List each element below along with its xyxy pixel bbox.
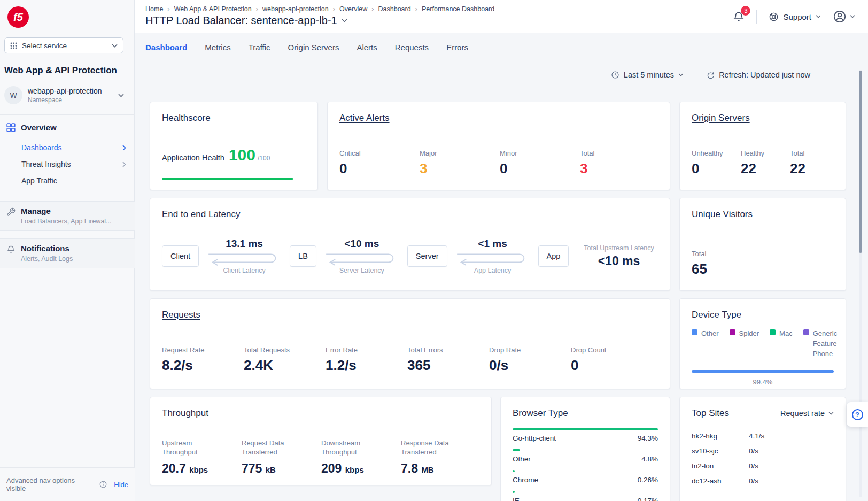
tab-errors[interactable]: Errors xyxy=(446,43,468,52)
unique-visitors-total-value: 65 xyxy=(692,261,834,278)
apps-grid-icon xyxy=(10,42,17,49)
browser-bar xyxy=(513,428,658,430)
metric-request-data-transferred: Request Data Transferred 775 kB xyxy=(242,437,321,476)
metric-upstream-throughput: Upstream Throughput 20.7 kbps xyxy=(162,437,242,476)
breadcrumb-item[interactable]: Overview xyxy=(339,5,367,13)
metric-downstream-throughput: Downstream Throughput 209 kbps xyxy=(321,437,401,476)
manage-subtitle: Load Balancers, App Firewal... xyxy=(21,218,112,225)
select-service-dropdown[interactable]: Select service xyxy=(4,37,123,53)
metric-minor: Minor 0 xyxy=(500,149,580,177)
top-sites-list: hk2-hkg 4.1/s sv10-sjc 0/s tn2-lon 0/s d… xyxy=(692,428,834,488)
sidebar-item-manage[interactable]: Manage Load Balancers, App Firewal... xyxy=(0,201,135,231)
hide-advanced-nav-link[interactable]: Hide xyxy=(114,481,128,489)
metric-total-errors: Total Errors 365 xyxy=(407,346,489,374)
legend-item-generic-feature-phone: Generic Feature Phone xyxy=(803,329,836,359)
tab-dashboard[interactable]: Dashboard xyxy=(145,43,187,52)
help-button[interactable] xyxy=(847,402,868,427)
metric-drop-count: Drop Count 0 xyxy=(571,346,653,374)
main-content: Dashboard Metrics Traffic Origin Servers… xyxy=(135,33,868,501)
tab-origin-servers[interactable]: Origin Servers xyxy=(288,43,339,52)
scrollbar-track[interactable] xyxy=(859,70,862,497)
f5-logo-text: f5 xyxy=(13,11,23,24)
tab-requests[interactable]: Requests xyxy=(395,43,429,52)
chevron-down-icon xyxy=(828,412,834,415)
notifications-subtitle: Alerts, Audit Logs xyxy=(21,255,73,263)
origin-servers-title-link[interactable]: Origin Servers xyxy=(692,113,834,124)
chevron-down-icon[interactable] xyxy=(342,19,347,22)
legend-swatch xyxy=(803,329,809,335)
tab-alerts[interactable]: Alerts xyxy=(356,43,377,52)
browser-row-other: Other4.8% xyxy=(513,449,658,463)
browser-type-card: Browser Type Go-http-client94.3% Other4.… xyxy=(500,397,670,501)
dashboard-toolbar: Last 5 minutes Refresh: Updated just now xyxy=(611,71,810,79)
healthscore-progress-bar xyxy=(162,178,293,180)
sidebar-item-notifications[interactable]: Notifications Alerts, Audit Logs xyxy=(0,238,135,268)
refresh-button[interactable]: Refresh: Updated just now xyxy=(706,71,810,79)
breadcrumb-item[interactable]: webapp-api-protection xyxy=(262,5,329,13)
origin-servers-card: Origin Servers Unhealthy 0 Healthy 22 To… xyxy=(679,102,846,190)
sidebar-overview-label: Overview xyxy=(21,123,57,132)
browser-type-title: Browser Type xyxy=(513,408,658,419)
healthscore-card: Healthscore Application Health 100 /100 xyxy=(150,102,318,190)
info-icon xyxy=(99,481,107,488)
scrollbar-thumb[interactable] xyxy=(859,71,862,253)
account-menu[interactable] xyxy=(833,10,855,24)
breadcrumb: Home Web App & API Protection webapp-api… xyxy=(145,5,494,13)
advanced-nav-text: Advanced nav options visible xyxy=(6,476,96,492)
breadcrumb-home[interactable]: Home xyxy=(145,5,163,13)
chevron-down-icon xyxy=(678,73,684,76)
f5-logo[interactable]: f5 xyxy=(7,6,29,28)
top-sites-sort-dropdown[interactable]: Request rate xyxy=(780,409,834,418)
sidebar-item-app-traffic[interactable]: App Traffic xyxy=(21,176,126,185)
metric-total-requests: Total Requests 2.4K xyxy=(244,346,326,374)
roundtrip-arrow-icon xyxy=(322,250,402,267)
top-site-row: tn2-lon 0/s xyxy=(692,458,834,473)
breadcrumb-item[interactable]: Dashboard xyxy=(378,5,411,13)
requests-title-link[interactable]: Requests xyxy=(162,310,658,320)
tab-traffic[interactable]: Traffic xyxy=(249,43,270,52)
latency-node-client: Client xyxy=(162,245,199,267)
latency-node-lb: LB xyxy=(290,245,316,267)
sidebar-item-dashboards[interactable]: Dashboards xyxy=(21,143,126,152)
legend-item-mac: Mac xyxy=(770,329,793,359)
latency-title: End to end Latency xyxy=(162,209,658,220)
support-menu[interactable]: Support xyxy=(769,12,821,22)
unique-visitors-title: Unique Visitors xyxy=(692,209,834,220)
overview-grid-icon xyxy=(6,123,15,132)
breadcrumb-item[interactable]: Web App & API Protection xyxy=(174,5,252,13)
metric-total-alerts: Total 3 xyxy=(580,149,660,177)
time-range-dropdown[interactable]: Last 5 minutes xyxy=(611,71,684,79)
divider xyxy=(756,10,757,24)
active-alerts-card: Active Alerts Critical 0 Major 3 Minor 0… xyxy=(327,102,670,190)
page-title-row: HTTP Load Balancer: sentence-app-lb-1 xyxy=(145,14,347,27)
latency-node-app: App xyxy=(538,245,569,267)
breadcrumb-current[interactable]: Performance Dashboard xyxy=(422,5,494,13)
namespace-switcher[interactable]: W webapp-api-protection Namespace xyxy=(4,83,130,107)
sidebar-item-label: App Traffic xyxy=(21,176,57,185)
bell-icon xyxy=(6,245,15,254)
select-service-label: Select service xyxy=(22,42,67,50)
application-health-value: 100 xyxy=(229,146,255,164)
active-alerts-title-link[interactable]: Active Alerts xyxy=(339,113,658,124)
notifications-bell-button[interactable]: 3 xyxy=(733,11,745,22)
device-type-legend: Other Spider Mac Generic Feature Phone xyxy=(692,329,834,359)
chevron-down-icon xyxy=(118,94,124,97)
breadcrumb-separator-icon xyxy=(415,5,417,13)
refresh-label: Refresh: Updated just now xyxy=(719,71,810,79)
metric-request-rate: Request Rate 8.2/s xyxy=(162,346,244,374)
sidebar: f5 Select service Web App & API Protecti… xyxy=(0,0,135,501)
total-upstream-latency: Total Upstream Latency <10 ms xyxy=(584,244,654,268)
chevron-down-icon xyxy=(816,15,821,18)
sidebar-section-overview[interactable]: Overview xyxy=(6,123,57,132)
notifications-label: Notifications xyxy=(21,244,73,253)
sidebar-item-label: Threat Insights xyxy=(21,160,71,168)
sidebar-item-threat-insights[interactable]: Threat Insights xyxy=(21,160,126,168)
latency-hop-server: <10 ms Server Latency xyxy=(320,238,404,274)
requests-card: Requests Request Rate 8.2/s Total Reques… xyxy=(150,298,670,389)
browser-row-ie: IE0.17% xyxy=(513,491,658,501)
page-title: HTTP Load Balancer: sentence-app-lb-1 xyxy=(145,14,337,27)
browser-bar xyxy=(513,491,515,493)
tab-metrics[interactable]: Metrics xyxy=(205,43,230,52)
metric-total-servers: Total 22 xyxy=(790,149,839,177)
top-site-row: hk2-hkg 4.1/s xyxy=(692,428,834,443)
